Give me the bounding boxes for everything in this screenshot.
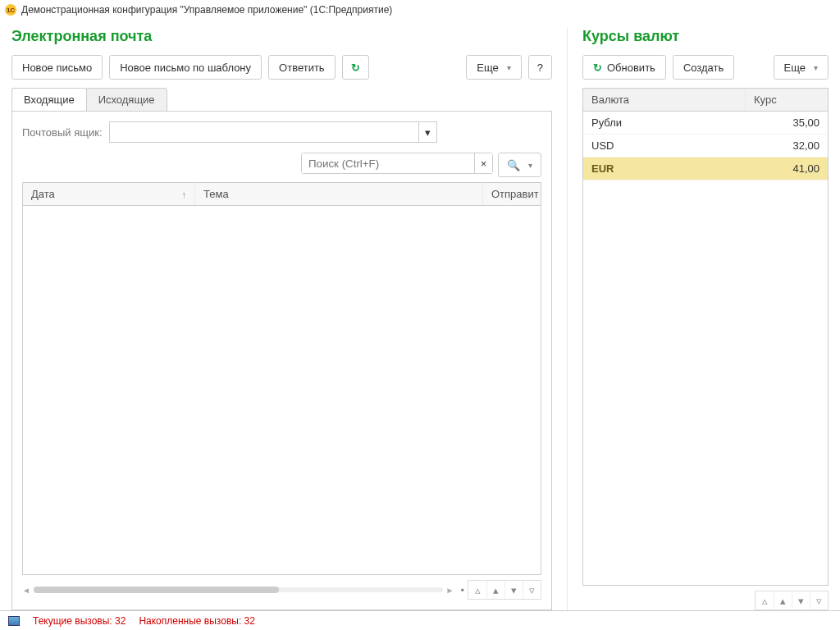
- more-button[interactable]: Еще: [466, 55, 521, 80]
- mailbox-input[interactable]: [110, 122, 418, 142]
- rates-nav-last-button[interactable]: ▿: [810, 591, 828, 609]
- app-icon: 1C: [5, 4, 16, 16]
- column-sender[interactable]: Отправит: [483, 183, 541, 205]
- nav-last-button[interactable]: ▿: [523, 581, 541, 599]
- refresh-button[interactable]: ↻: [342, 55, 369, 80]
- status-acc-value: 32: [244, 615, 255, 627]
- currency-rate: 35,00: [746, 116, 819, 129]
- rates-more-button[interactable]: Еще: [774, 55, 829, 80]
- hscroll-track[interactable]: [34, 587, 443, 592]
- column-subject[interactable]: Тема: [195, 183, 483, 205]
- email-table-body: [23, 206, 541, 574]
- sort-asc-icon: ↑: [182, 189, 187, 199]
- rates-refresh-label: Обновить: [607, 62, 655, 74]
- status-bar: Текущие вызовы: 32 Накопленные вызовы: 3…: [0, 610, 840, 630]
- column-date-label: Дата: [31, 188, 55, 200]
- rates-refresh-button[interactable]: ↻ Обновить: [582, 55, 666, 80]
- new-email-template-button[interactable]: Новое письмо по шаблону: [109, 55, 262, 80]
- currency-rate: 32,00: [746, 139, 819, 152]
- tab-outbox[interactable]: Исходящие: [86, 88, 167, 112]
- currency-rate: 41,00: [746, 162, 819, 175]
- window-titlebar: 1C Демонстрационная конфигурация "Управл…: [0, 0, 840, 20]
- column-currency-name[interactable]: Валюта: [583, 89, 746, 111]
- hscroll-thumb[interactable]: [34, 587, 279, 593]
- rates-title: Курсы валют: [582, 28, 829, 45]
- status-accumulated: Накопленные вызовы: 32: [139, 615, 255, 627]
- status-acc-label: Накопленные вызовы:: [139, 615, 241, 627]
- currency-table-body: Рубли35,00USD32,00EUR41,00: [583, 112, 828, 585]
- search-button[interactable]: 🔍: [498, 153, 541, 177]
- rates-nav-up-button[interactable]: ▴: [774, 591, 792, 609]
- column-currency-rate[interactable]: Курс: [746, 89, 828, 111]
- hscroll-right-icon[interactable]: ►: [446, 586, 454, 595]
- currency-row[interactable]: Рубли35,00: [583, 112, 828, 135]
- mailbox-label: Почтовый ящик:: [22, 126, 103, 139]
- column-date[interactable]: Дата ↑: [23, 183, 195, 205]
- currency-name: EUR: [591, 162, 746, 175]
- help-button[interactable]: ?: [528, 55, 552, 80]
- status-current-value: 32: [115, 615, 126, 627]
- currency-name: Рубли: [591, 116, 746, 129]
- tab-inbox[interactable]: Входящие: [11, 88, 87, 112]
- chevron-down-icon: ▾: [425, 126, 431, 139]
- rates-create-button[interactable]: Создать: [673, 55, 734, 80]
- rates-nav-down-button[interactable]: ▾: [792, 591, 810, 609]
- column-sender-label: Отправит: [491, 188, 539, 200]
- refresh-icon: ↻: [351, 62, 360, 74]
- nav-down-button[interactable]: ▾: [504, 581, 523, 599]
- currency-row[interactable]: EUR41,00: [583, 158, 828, 180]
- email-title: Электронная почта: [11, 28, 552, 45]
- nav-first-button[interactable]: ▵: [468, 581, 486, 599]
- search-input[interactable]: [302, 153, 474, 173]
- refresh-icon: ↻: [593, 62, 602, 74]
- column-subject-label: Тема: [203, 188, 229, 200]
- currency-name: USD: [591, 139, 746, 152]
- mailbox-dropdown-button[interactable]: ▾: [418, 122, 436, 142]
- nav-up-button[interactable]: ▴: [486, 581, 504, 599]
- search-icon: 🔍: [507, 159, 520, 171]
- hscroll-left-icon[interactable]: ◄: [22, 586, 30, 595]
- reply-button[interactable]: Ответить: [268, 55, 336, 80]
- search-clear-button[interactable]: ×: [474, 153, 492, 173]
- status-current-label: Текущие вызовы:: [33, 615, 112, 627]
- currency-row[interactable]: USD32,00: [583, 135, 828, 158]
- hscroll-overflow-icon: •: [460, 584, 464, 596]
- rates-nav-first-button[interactable]: ▵: [756, 591, 774, 609]
- status-current: Текущие вызовы: 32: [33, 615, 126, 627]
- new-email-button[interactable]: Новое письмо: [11, 55, 103, 80]
- status-monitor-icon: [8, 616, 20, 626]
- window-title-text: Демонстрационная конфигурация "Управляем…: [21, 4, 392, 16]
